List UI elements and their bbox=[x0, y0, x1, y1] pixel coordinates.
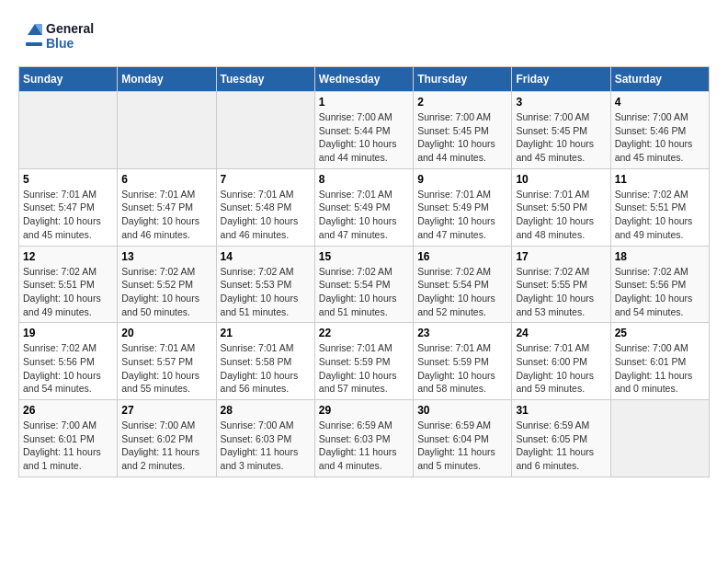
day-info: Sunrise: 7:01 AMSunset: 5:58 PMDaylight:… bbox=[221, 341, 311, 396]
calendar-cell: 25Sunrise: 7:00 AMSunset: 6:01 PMDayligh… bbox=[610, 323, 709, 400]
calendar-cell: 7Sunrise: 7:01 AMSunset: 5:48 PMDaylight… bbox=[216, 168, 314, 246]
calendar-cell: 12Sunrise: 7:02 AMSunset: 5:51 PMDayligh… bbox=[19, 246, 118, 323]
calendar-cell: 11Sunrise: 7:02 AMSunset: 5:51 PMDayligh… bbox=[610, 168, 709, 246]
calendar-cell: 9Sunrise: 7:01 AMSunset: 5:49 PMDaylight… bbox=[414, 168, 512, 246]
day-number: 20 bbox=[121, 327, 211, 339]
day-number: 26 bbox=[23, 404, 113, 417]
day-info: Sunrise: 6:59 AMSunset: 6:05 PMDaylight:… bbox=[516, 419, 606, 473]
day-number: 17 bbox=[516, 250, 606, 263]
day-number: 6 bbox=[121, 173, 211, 186]
day-number: 7 bbox=[221, 173, 311, 186]
day-info: Sunrise: 7:02 AMSunset: 5:52 PMDaylight:… bbox=[121, 265, 211, 319]
day-number: 8 bbox=[319, 173, 409, 186]
header-saturday: Saturday bbox=[610, 67, 709, 92]
day-info: Sunrise: 7:02 AMSunset: 5:54 PMDaylight:… bbox=[319, 265, 409, 319]
day-info: Sunrise: 7:01 AMSunset: 5:49 PMDaylight:… bbox=[417, 188, 507, 242]
day-number: 22 bbox=[319, 327, 409, 339]
calendar-week-row: 5Sunrise: 7:01 AMSunset: 5:47 PMDaylight… bbox=[19, 168, 710, 246]
logo-svg: General Blue bbox=[18, 18, 101, 57]
calendar-cell bbox=[118, 92, 216, 169]
calendar-cell: 10Sunrise: 7:01 AMSunset: 5:50 PMDayligh… bbox=[512, 168, 610, 246]
calendar-cell: 13Sunrise: 7:02 AMSunset: 5:52 PMDayligh… bbox=[118, 246, 216, 323]
day-info: Sunrise: 7:02 AMSunset: 5:55 PMDaylight:… bbox=[516, 265, 606, 319]
calendar-cell: 6Sunrise: 7:01 AMSunset: 5:47 PMDaylight… bbox=[118, 168, 216, 246]
calendar-table: SundayMondayTuesdayWednesdayThursdayFrid… bbox=[18, 66, 710, 477]
calendar-cell: 19Sunrise: 7:02 AMSunset: 5:56 PMDayligh… bbox=[19, 323, 118, 400]
day-info: Sunrise: 7:00 AMSunset: 5:44 PMDaylight:… bbox=[319, 110, 409, 165]
svg-text:Blue: Blue bbox=[46, 36, 74, 51]
calendar-cell: 27Sunrise: 7:00 AMSunset: 6:02 PMDayligh… bbox=[118, 400, 216, 477]
day-number: 21 bbox=[221, 327, 311, 339]
day-number: 30 bbox=[417, 404, 507, 417]
day-info: Sunrise: 6:59 AMSunset: 6:04 PMDaylight:… bbox=[417, 419, 507, 473]
day-info: Sunrise: 7:02 AMSunset: 5:53 PMDaylight:… bbox=[221, 265, 311, 319]
svg-rect-5 bbox=[26, 42, 42, 46]
day-info: Sunrise: 7:02 AMSunset: 5:54 PMDaylight:… bbox=[417, 265, 507, 319]
calendar-cell: 4Sunrise: 7:00 AMSunset: 5:46 PMDaylight… bbox=[610, 92, 709, 169]
header-wednesday: Wednesday bbox=[314, 67, 413, 92]
day-number: 14 bbox=[221, 250, 311, 263]
calendar-cell: 20Sunrise: 7:01 AMSunset: 5:57 PMDayligh… bbox=[118, 323, 216, 400]
header-sunday: Sunday bbox=[19, 67, 118, 92]
calendar-week-row: 12Sunrise: 7:02 AMSunset: 5:51 PMDayligh… bbox=[19, 246, 710, 323]
day-number: 19 bbox=[23, 327, 113, 339]
day-number: 15 bbox=[319, 250, 409, 263]
day-number: 27 bbox=[121, 404, 211, 417]
calendar-cell: 24Sunrise: 7:01 AMSunset: 6:00 PMDayligh… bbox=[512, 323, 610, 400]
day-info: Sunrise: 7:02 AMSunset: 5:51 PMDaylight:… bbox=[615, 188, 705, 242]
calendar-cell: 16Sunrise: 7:02 AMSunset: 5:54 PMDayligh… bbox=[414, 246, 512, 323]
day-info: Sunrise: 7:02 AMSunset: 5:56 PMDaylight:… bbox=[23, 341, 113, 396]
calendar-cell: 31Sunrise: 6:59 AMSunset: 6:05 PMDayligh… bbox=[512, 400, 610, 477]
calendar-header-row: SundayMondayTuesdayWednesdayThursdayFrid… bbox=[19, 67, 710, 92]
day-info: Sunrise: 7:00 AMSunset: 5:45 PMDaylight:… bbox=[516, 110, 606, 165]
day-number: 16 bbox=[417, 250, 507, 263]
day-info: Sunrise: 7:01 AMSunset: 5:59 PMDaylight:… bbox=[319, 341, 409, 396]
header-thursday: Thursday bbox=[414, 67, 512, 92]
calendar-week-row: 19Sunrise: 7:02 AMSunset: 5:56 PMDayligh… bbox=[19, 323, 710, 400]
calendar-cell: 23Sunrise: 7:01 AMSunset: 5:59 PMDayligh… bbox=[414, 323, 512, 400]
calendar-cell: 26Sunrise: 7:00 AMSunset: 6:01 PMDayligh… bbox=[19, 400, 118, 477]
day-info: Sunrise: 7:00 AMSunset: 6:01 PMDaylight:… bbox=[23, 419, 113, 473]
calendar-cell: 1Sunrise: 7:00 AMSunset: 5:44 PMDaylight… bbox=[314, 92, 413, 169]
day-number: 13 bbox=[121, 250, 211, 263]
day-number: 24 bbox=[516, 327, 606, 339]
calendar-cell: 22Sunrise: 7:01 AMSunset: 5:59 PMDayligh… bbox=[314, 323, 413, 400]
calendar-cell: 3Sunrise: 7:00 AMSunset: 5:45 PMDaylight… bbox=[512, 92, 610, 169]
day-number: 28 bbox=[221, 404, 311, 417]
day-info: Sunrise: 7:01 AMSunset: 5:47 PMDaylight:… bbox=[23, 188, 113, 242]
day-info: Sunrise: 7:00 AMSunset: 6:02 PMDaylight:… bbox=[121, 419, 211, 473]
calendar-cell: 29Sunrise: 6:59 AMSunset: 6:03 PMDayligh… bbox=[314, 400, 413, 477]
header-tuesday: Tuesday bbox=[216, 67, 314, 92]
calendar-cell: 5Sunrise: 7:01 AMSunset: 5:47 PMDaylight… bbox=[19, 168, 118, 246]
day-number: 9 bbox=[417, 173, 507, 186]
day-number: 11 bbox=[615, 173, 705, 186]
day-info: Sunrise: 7:00 AMSunset: 6:03 PMDaylight:… bbox=[221, 419, 311, 473]
day-number: 23 bbox=[417, 327, 507, 339]
day-number: 5 bbox=[23, 173, 113, 186]
calendar-cell: 8Sunrise: 7:01 AMSunset: 5:49 PMDaylight… bbox=[314, 168, 413, 246]
calendar-cell: 14Sunrise: 7:02 AMSunset: 5:53 PMDayligh… bbox=[216, 246, 314, 323]
day-number: 2 bbox=[417, 96, 507, 109]
day-info: Sunrise: 7:01 AMSunset: 5:50 PMDaylight:… bbox=[516, 188, 606, 242]
calendar-cell: 17Sunrise: 7:02 AMSunset: 5:55 PMDayligh… bbox=[512, 246, 610, 323]
day-number: 3 bbox=[516, 96, 606, 109]
day-info: Sunrise: 7:01 AMSunset: 5:48 PMDaylight:… bbox=[221, 188, 311, 242]
calendar-cell: 2Sunrise: 7:00 AMSunset: 5:45 PMDaylight… bbox=[414, 92, 512, 169]
logo: General Blue bbox=[18, 18, 101, 57]
day-info: Sunrise: 7:01 AMSunset: 5:47 PMDaylight:… bbox=[121, 188, 211, 242]
day-number: 18 bbox=[615, 250, 705, 263]
day-number: 1 bbox=[319, 96, 409, 109]
header-friday: Friday bbox=[512, 67, 610, 92]
calendar-cell: 28Sunrise: 7:00 AMSunset: 6:03 PMDayligh… bbox=[216, 400, 314, 477]
day-info: Sunrise: 7:01 AMSunset: 5:49 PMDaylight:… bbox=[319, 188, 409, 242]
day-info: Sunrise: 7:02 AMSunset: 5:56 PMDaylight:… bbox=[615, 265, 705, 319]
day-info: Sunrise: 7:00 AMSunset: 6:01 PMDaylight:… bbox=[615, 341, 705, 396]
calendar-cell bbox=[19, 92, 118, 169]
day-info: Sunrise: 7:01 AMSunset: 5:57 PMDaylight:… bbox=[121, 341, 211, 396]
header-monday: Monday bbox=[118, 67, 216, 92]
day-number: 29 bbox=[319, 404, 409, 417]
day-number: 4 bbox=[615, 96, 705, 109]
day-info: Sunrise: 7:00 AMSunset: 5:45 PMDaylight:… bbox=[417, 110, 507, 165]
day-info: Sunrise: 7:00 AMSunset: 5:46 PMDaylight:… bbox=[615, 110, 705, 165]
day-info: Sunrise: 6:59 AMSunset: 6:03 PMDaylight:… bbox=[319, 419, 409, 473]
